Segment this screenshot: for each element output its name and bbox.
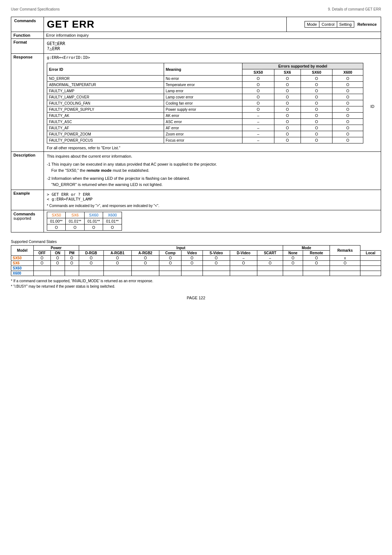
commands-supported-content: SX50SX6SX60X600 01.00**01.01**01.01**01.…	[44, 210, 381, 232]
desc-note1: -1 This inquiry can be executed in any s…	[47, 161, 378, 173]
error-sx50-cell: O	[242, 94, 274, 100]
id-label: ID	[371, 104, 375, 109]
error-sx60-cell: O	[301, 82, 332, 88]
cmd-circle-cell: O	[66, 224, 84, 231]
sup-video-cell	[181, 271, 203, 276]
error-sx50-cell: –	[242, 131, 274, 137]
model-sx60-header: SX60	[301, 69, 332, 76]
sup-scart-header: SCART	[257, 251, 283, 256]
cmd-model-row: SX50SX6SX60X600	[47, 212, 122, 218]
error-meaning-cell: Zoom error	[164, 131, 242, 137]
sup-dvideo-header: D-Video	[230, 251, 257, 256]
footnote2: * "i:BUSY" may be returned if the power …	[11, 284, 381, 288]
sup-remote-cell: O	[303, 261, 330, 266]
example-content: > GET ERR or ? ERR < g:ERR=FAULTY_LAMP *…	[44, 190, 381, 210]
error-sx60-cell: O	[301, 88, 332, 94]
sup-header-row2: OFF ON PM D-RGB A-RGB1 A-RGB2 Comp Video…	[11, 251, 381, 256]
error-meaning-cell: Power supply error	[164, 106, 242, 113]
error-sx60-cell: O	[301, 137, 332, 143]
error-row: FAULTY_LAMP Lamp error O O O O	[47, 88, 363, 94]
sup-argb1-cell: O	[103, 256, 131, 261]
header-right: 9. Details of command GET ERR	[328, 7, 381, 11]
sup-remote-header: Remote	[303, 251, 330, 256]
sup-local-cell	[330, 266, 360, 271]
sup-argb1-cell	[103, 266, 131, 271]
sup-none-cell: O	[283, 256, 303, 261]
error-id-cell: FAULTY_COOLING_FAN	[47, 100, 164, 106]
cmd-version-cell: 01.00**	[47, 218, 66, 224]
page-footer: PAGE 122	[11, 296, 381, 300]
sup-svideo-cell	[203, 266, 230, 271]
page-number: PAGE 122	[187, 296, 205, 300]
example-note: * Commands are indicated by ">", and res…	[47, 204, 378, 208]
error-x600-cell: O	[332, 76, 363, 82]
sup-remarks-cell	[360, 261, 381, 266]
header-left: User Command Specifications	[11, 7, 60, 11]
cmd-circle-row: OOOO	[47, 224, 122, 231]
function-row: Function Error information inquiry	[11, 32, 381, 39]
sup-drgb-cell	[79, 271, 103, 276]
sup-argb2-cell: O	[131, 256, 159, 261]
error-sx50-cell: O	[242, 106, 274, 113]
cmd-version-cell: 01.01**	[66, 218, 84, 224]
control-label: Control	[319, 21, 337, 28]
error-table-container: Error ID Meaning Errors supported by mod…	[47, 63, 378, 150]
error-id-cell: FAULTY_POWER_ZOOM	[47, 131, 164, 137]
sup-power-header: Power	[33, 246, 79, 251]
error-id-cell: FAULTY_POWER_FOCUS	[47, 137, 164, 143]
remote-mode-bold: remote mode	[86, 168, 111, 173]
sup-local-cell	[330, 271, 360, 276]
cmd-model-cell: SX50	[47, 212, 66, 218]
sup-remote-cell	[303, 266, 330, 271]
error-sx60-cell: O	[301, 113, 332, 119]
error-meaning-cell: Cooling fan error	[164, 100, 242, 106]
supported-states-table: Model Power Input Mode Remarks OFF ON PM…	[11, 245, 381, 276]
sup-argb1-cell	[103, 271, 131, 276]
error-sx60-cell: O	[301, 125, 332, 131]
sup-drgb-header: D-RGB	[79, 251, 103, 256]
sup-scart-cell	[257, 266, 283, 271]
example-line1: > GET ERR or ? ERR	[47, 192, 378, 197]
sup-row: SX50 O O O O O O O O O – – O O x	[11, 256, 381, 261]
error-id-cell: NO_ERROR	[47, 76, 164, 82]
sup-scart-cell: –	[257, 256, 283, 261]
mode-control-bar: Mode Control Setting Reference	[289, 21, 379, 28]
format-content: GET□ERR ?△ERR	[44, 39, 381, 54]
sup-argb2-cell	[131, 271, 159, 276]
sup-scart-cell	[257, 271, 283, 276]
sup-on-header: ON	[50, 251, 65, 256]
error-x600-cell: O	[332, 125, 363, 131]
page-header: User Command Specifications 9. Details o…	[11, 7, 381, 11]
error-x600-cell: O	[332, 100, 363, 106]
example-row: Example > GET ERR or ? ERR < g:ERR=FAULT…	[11, 190, 381, 210]
error-meaning-cell: Focus error	[164, 137, 242, 143]
cmd-model-cell: SX60	[84, 212, 103, 218]
error-sx50-cell: –	[242, 137, 274, 143]
error-sx60-cell: O	[301, 106, 332, 113]
error-sx50-cell: –	[242, 119, 274, 125]
error-meaning-cell: No error	[164, 76, 242, 82]
sup-local-cell: x	[330, 256, 360, 261]
sup-pm-cell	[65, 266, 79, 271]
sup-local-header: Local	[360, 251, 381, 256]
error-x600-cell: O	[332, 137, 363, 143]
error-sx6-cell: O	[274, 137, 301, 143]
cmd-circle-cell: O	[84, 224, 103, 231]
error-x600-cell: O	[332, 119, 363, 125]
response-label: Response	[11, 54, 44, 152]
sup-dvideo-cell: –	[230, 256, 257, 261]
sup-remarks-cell	[360, 256, 381, 261]
response-text: g:ERR=<ErrorID:ID>	[47, 55, 378, 60]
sup-none-cell	[283, 266, 303, 271]
sup-none-header: None	[283, 251, 303, 256]
error-x600-cell: O	[332, 82, 363, 88]
model-sx50-header: SX50	[242, 69, 274, 76]
sup-video-header: Video	[181, 251, 203, 256]
error-sx6-cell: O	[274, 100, 301, 106]
sup-model-cell: SX50	[11, 256, 34, 261]
error-id-cell: FAULTY_AK	[47, 113, 164, 119]
sup-dvideo-cell: O	[230, 261, 257, 266]
error-sx50-cell: –	[242, 113, 274, 119]
meaning-header: Meaning	[164, 63, 242, 76]
sup-pm-cell: O	[65, 261, 79, 266]
